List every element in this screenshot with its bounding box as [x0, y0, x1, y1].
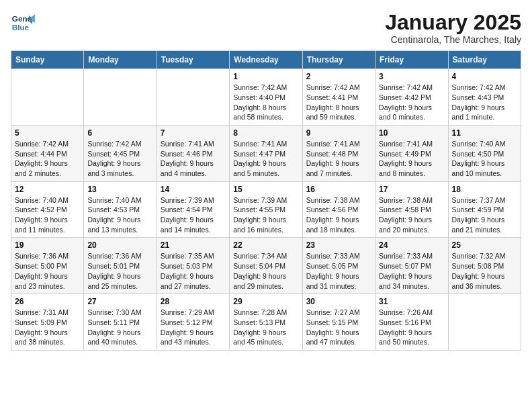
calendar-body: 1Sunrise: 7:42 AM Sunset: 4:40 PM Daylig… [11, 69, 521, 351]
calendar-cell: 9Sunrise: 7:41 AM Sunset: 4:48 PM Daylig… [302, 125, 375, 181]
calendar-cell: 11Sunrise: 7:40 AM Sunset: 4:50 PM Dayli… [448, 125, 521, 181]
day-info: Sunrise: 7:42 AM Sunset: 4:43 PM Dayligh… [452, 83, 517, 122]
calendar-cell: 10Sunrise: 7:41 AM Sunset: 4:49 PM Dayli… [375, 125, 448, 181]
calendar-cell: 18Sunrise: 7:37 AM Sunset: 4:59 PM Dayli… [448, 181, 521, 238]
day-number: 7 [161, 128, 226, 138]
day-info: Sunrise: 7:42 AM Sunset: 4:44 PM Dayligh… [15, 139, 80, 179]
day-number: 22 [233, 240, 298, 250]
day-number: 10 [379, 128, 444, 138]
day-number: 15 [233, 185, 298, 194]
day-number: 8 [233, 128, 298, 138]
day-number: 29 [233, 297, 298, 306]
day-info: Sunrise: 7:42 AM Sunset: 4:45 PM Dayligh… [87, 139, 152, 179]
title-block: January 2025 Centinarola, The Marches, I… [385, 11, 521, 45]
calendar-cell: 14Sunrise: 7:39 AM Sunset: 4:54 PM Dayli… [157, 181, 229, 238]
day-number: 2 [306, 72, 371, 81]
col-header-monday: Monday [84, 51, 157, 69]
day-info: Sunrise: 7:40 AM Sunset: 4:52 PM Dayligh… [15, 195, 80, 235]
calendar-cell [448, 294, 521, 351]
week-row-5: 26Sunrise: 7:31 AM Sunset: 5:09 PM Dayli… [11, 294, 521, 351]
col-header-tuesday: Tuesday [157, 51, 229, 69]
day-info: Sunrise: 7:38 AM Sunset: 4:56 PM Dayligh… [306, 195, 371, 235]
day-number: 18 [452, 185, 517, 194]
day-number: 4 [452, 72, 517, 81]
day-info: Sunrise: 7:41 AM Sunset: 4:49 PM Dayligh… [379, 139, 444, 179]
day-info: Sunrise: 7:39 AM Sunset: 4:54 PM Dayligh… [161, 195, 226, 235]
calendar-cell: 7Sunrise: 7:41 AM Sunset: 4:46 PM Daylig… [157, 125, 229, 181]
calendar-cell [157, 69, 229, 126]
calendar-cell: 6Sunrise: 7:42 AM Sunset: 4:45 PM Daylig… [84, 125, 157, 181]
day-info: Sunrise: 7:40 AM Sunset: 4:53 PM Dayligh… [87, 195, 152, 235]
day-info: Sunrise: 7:35 AM Sunset: 5:03 PM Dayligh… [161, 251, 226, 291]
day-number: 27 [87, 297, 152, 306]
day-info: Sunrise: 7:40 AM Sunset: 4:50 PM Dayligh… [452, 139, 517, 179]
calendar-cell: 24Sunrise: 7:33 AM Sunset: 5:07 PM Dayli… [375, 238, 448, 294]
week-row-2: 5Sunrise: 7:42 AM Sunset: 4:44 PM Daylig… [11, 125, 521, 181]
day-info: Sunrise: 7:27 AM Sunset: 5:15 PM Dayligh… [306, 308, 371, 347]
day-info: Sunrise: 7:37 AM Sunset: 4:59 PM Dayligh… [452, 195, 517, 235]
calendar-cell: 4Sunrise: 7:42 AM Sunset: 4:43 PM Daylig… [448, 69, 521, 126]
logo-icon: General Blue [11, 11, 35, 35]
day-info: Sunrise: 7:30 AM Sunset: 5:11 PM Dayligh… [87, 308, 152, 347]
day-number: 26 [15, 297, 80, 306]
day-number: 24 [379, 240, 444, 250]
day-number: 1 [233, 72, 298, 81]
day-info: Sunrise: 7:34 AM Sunset: 5:04 PM Dayligh… [233, 251, 298, 291]
col-header-friday: Friday [375, 51, 448, 69]
calendar-cell: 21Sunrise: 7:35 AM Sunset: 5:03 PM Dayli… [157, 238, 229, 294]
col-header-thursday: Thursday [302, 51, 375, 69]
day-info: Sunrise: 7:38 AM Sunset: 4:58 PM Dayligh… [379, 195, 444, 235]
calendar-cell: 22Sunrise: 7:34 AM Sunset: 5:04 PM Dayli… [230, 238, 302, 294]
week-row-3: 12Sunrise: 7:40 AM Sunset: 4:52 PM Dayli… [11, 181, 521, 238]
day-info: Sunrise: 7:31 AM Sunset: 5:09 PM Dayligh… [15, 308, 80, 347]
day-info: Sunrise: 7:41 AM Sunset: 4:47 PM Dayligh… [233, 139, 298, 179]
col-header-sunday: Sunday [11, 51, 84, 69]
day-number: 31 [379, 297, 444, 306]
day-number: 30 [306, 297, 371, 306]
day-number: 13 [87, 185, 152, 194]
day-number: 23 [306, 240, 371, 250]
col-header-saturday: Saturday [448, 51, 521, 69]
svg-text:Blue: Blue [12, 23, 30, 32]
day-number: 25 [452, 240, 517, 250]
day-info: Sunrise: 7:41 AM Sunset: 4:48 PM Dayligh… [306, 139, 371, 179]
calendar-cell: 20Sunrise: 7:36 AM Sunset: 5:01 PM Dayli… [84, 238, 157, 294]
day-info: Sunrise: 7:29 AM Sunset: 5:12 PM Dayligh… [161, 308, 226, 347]
day-number: 19 [15, 240, 80, 250]
calendar-cell: 29Sunrise: 7:28 AM Sunset: 5:13 PM Dayli… [230, 294, 302, 351]
day-info: Sunrise: 7:32 AM Sunset: 5:08 PM Dayligh… [452, 251, 517, 291]
calendar-cell: 16Sunrise: 7:38 AM Sunset: 4:56 PM Dayli… [302, 181, 375, 238]
calendar-cell: 17Sunrise: 7:38 AM Sunset: 4:58 PM Dayli… [375, 181, 448, 238]
calendar-cell: 31Sunrise: 7:26 AM Sunset: 5:16 PM Dayli… [375, 294, 448, 351]
day-info: Sunrise: 7:28 AM Sunset: 5:13 PM Dayligh… [233, 308, 298, 347]
calendar-header: SundayMondayTuesdayWednesdayThursdayFrid… [11, 51, 521, 69]
calendar-cell: 8Sunrise: 7:41 AM Sunset: 4:47 PM Daylig… [230, 125, 302, 181]
calendar-cell: 5Sunrise: 7:42 AM Sunset: 4:44 PM Daylig… [11, 125, 84, 181]
header-row: SundayMondayTuesdayWednesdayThursdayFrid… [11, 51, 521, 69]
day-info: Sunrise: 7:26 AM Sunset: 5:16 PM Dayligh… [379, 308, 444, 347]
day-info: Sunrise: 7:42 AM Sunset: 4:41 PM Dayligh… [306, 83, 371, 122]
calendar-cell: 13Sunrise: 7:40 AM Sunset: 4:53 PM Dayli… [84, 181, 157, 238]
day-info: Sunrise: 7:39 AM Sunset: 4:55 PM Dayligh… [233, 195, 298, 235]
calendar-cell [84, 69, 157, 126]
day-number: 3 [379, 72, 444, 81]
col-header-wednesday: Wednesday [230, 51, 302, 69]
day-info: Sunrise: 7:42 AM Sunset: 4:40 PM Dayligh… [233, 83, 298, 122]
day-number: 6 [87, 128, 152, 138]
month-title: January 2025 [385, 11, 521, 34]
day-info: Sunrise: 7:36 AM Sunset: 5:00 PM Dayligh… [15, 251, 80, 291]
day-number: 20 [87, 240, 152, 250]
day-info: Sunrise: 7:42 AM Sunset: 4:42 PM Dayligh… [379, 83, 444, 122]
day-number: 9 [306, 128, 371, 138]
day-number: 28 [161, 297, 226, 306]
calendar-cell: 23Sunrise: 7:33 AM Sunset: 5:05 PM Dayli… [302, 238, 375, 294]
day-info: Sunrise: 7:33 AM Sunset: 5:07 PM Dayligh… [379, 251, 444, 291]
calendar-cell: 1Sunrise: 7:42 AM Sunset: 4:40 PM Daylig… [230, 69, 302, 126]
day-number: 11 [452, 128, 517, 138]
calendar-cell: 12Sunrise: 7:40 AM Sunset: 4:52 PM Dayli… [11, 181, 84, 238]
calendar-cell: 30Sunrise: 7:27 AM Sunset: 5:15 PM Dayli… [302, 294, 375, 351]
calendar-cell: 2Sunrise: 7:42 AM Sunset: 4:41 PM Daylig… [302, 69, 375, 126]
calendar-cell: 15Sunrise: 7:39 AM Sunset: 4:55 PM Dayli… [230, 181, 302, 238]
day-info: Sunrise: 7:33 AM Sunset: 5:05 PM Dayligh… [306, 251, 371, 291]
calendar-cell: 28Sunrise: 7:29 AM Sunset: 5:12 PM Dayli… [157, 294, 229, 351]
